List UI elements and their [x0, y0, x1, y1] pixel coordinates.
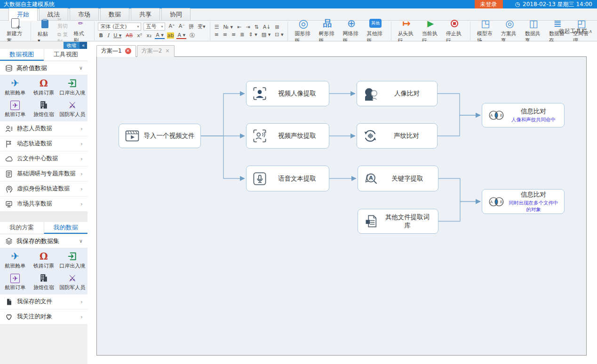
- node-sublabel: 人像和声纹共同命中: [509, 117, 558, 123]
- sidebar-item-virtual-identity[interactable]: 虚拟身份和轨迹数据›: [0, 182, 88, 197]
- format-painter-button[interactable]: ✏ 格式刷: [70, 18, 91, 44]
- sidebar-item-flag[interactable]: 动态轨迹数据›: [0, 136, 88, 151]
- shading-icon[interactable]: ▨ ▾: [261, 32, 271, 38]
- run-from-start-button[interactable]: ↦从头执行: [395, 18, 419, 44]
- strike-icon[interactable]: AB: [125, 32, 134, 39]
- dataset-port[interactable]: 口岸出入境: [58, 78, 87, 96]
- close-icon[interactable]: ✕: [165, 48, 169, 54]
- line-spacing-icon[interactable]: ⇕ ▾: [248, 32, 258, 38]
- collapse-toolbar-link[interactable]: 收起工具栏 ∧: [559, 27, 592, 35]
- node-info-compare-2[interactable]: AB信息比对同时出现在多个文件中的对象: [482, 189, 565, 214]
- indent-icon[interactable]: ⇥: [245, 24, 251, 30]
- node-voice-extract[interactable]: 视频声纹提取: [246, 123, 329, 149]
- layers-icon: [5, 237, 13, 245]
- ribbon-group-execute: ↦从头执行▶当前执行停止执行: [391, 22, 470, 40]
- superscript-icon[interactable]: x²: [136, 32, 143, 39]
- section-saved-datasets[interactable]: 我保存的数据集 ∨: [0, 234, 88, 248]
- align-left-icon[interactable]: ≡: [214, 32, 220, 38]
- borders-icon[interactable]: ⊡ ▾: [274, 32, 284, 38]
- network-layout-button[interactable]: ⊕网络排版: [340, 18, 364, 44]
- run-current-button[interactable]: ▶当前执行: [419, 18, 443, 44]
- dataset-plane-order[interactable]: ✈航班订单: [1, 99, 30, 118]
- sort-icon[interactable]: A↓: [262, 24, 272, 30]
- view-tab-工具视图[interactable]: 工具视图: [44, 49, 88, 61]
- view-tab-数据视图[interactable]: 数据视图: [0, 49, 44, 61]
- dataset-plane[interactable]: ✈航班舱单: [1, 78, 30, 96]
- dataset-hotel[interactable]: 旅馆住宿: [30, 99, 58, 118]
- node-other-files[interactable]: 其他文件提取词库: [358, 209, 438, 234]
- cut-button[interactable]: ✂ 剪切: [57, 16, 68, 30]
- justify-icon[interactable]: ≣: [239, 32, 245, 38]
- bullet-list-icon[interactable]: ☰: [214, 24, 220, 30]
- sidebar-item-document[interactable]: 基础调研与专题库数据›: [0, 166, 88, 182]
- italic-icon[interactable]: I: [106, 32, 110, 39]
- text-color2-icon[interactable]: A ▾: [176, 32, 186, 39]
- table-icon[interactable]: ⊞: [274, 24, 280, 30]
- sidebar-item-cloud[interactable]: 云文件中心数据›: [0, 151, 88, 166]
- sidebar-item-file[interactable]: 我保存的文件›: [0, 294, 88, 309]
- dataset-military[interactable]: ⚔国防军人员: [58, 99, 87, 118]
- node-speech-text[interactable]: 语音文本提取: [246, 166, 329, 191]
- highlight-icon[interactable]: ab: [167, 32, 175, 39]
- my-tab-我的数据[interactable]: 我的数据: [44, 222, 88, 234]
- chevron-right-icon: ›: [80, 185, 83, 192]
- phonetic-icon[interactable]: 拼: [188, 23, 195, 30]
- circle-layout-button[interactable]: ◎圆形排版: [291, 18, 315, 44]
- flow-canvas[interactable]: 导入一个视频文件视频人像提取视频声纹提取语音文本提取人像比对声纹比对A关键字提取…: [96, 56, 587, 356]
- dataset-hotel[interactable]: 旅馆住宿: [30, 272, 58, 291]
- bold-icon[interactable]: B: [98, 32, 103, 39]
- sidebar-item-monitor[interactable]: 市场共享数据›: [0, 197, 88, 212]
- ribbon-tab-5[interactable]: 共享: [131, 8, 160, 20]
- font-color-icon[interactable]: A ▾: [155, 32, 165, 39]
- grow-font-icon[interactable]: A⁺: [167, 23, 175, 30]
- node-keyword-extract[interactable]: A关键字提取: [358, 166, 438, 191]
- close-icon[interactable]: ✕: [125, 48, 131, 54]
- node-voice-compare[interactable]: 声纹比对: [357, 123, 438, 149]
- stop-button[interactable]: 停止执行: [443, 18, 467, 44]
- align-center-icon[interactable]: ≡: [222, 32, 228, 38]
- sidebar-item-heart[interactable]: 我关注的对象›: [0, 309, 88, 324]
- data-share-button[interactable]: ◫数据共享: [522, 18, 546, 44]
- paste-button[interactable]: 粘贴 ▾: [34, 18, 55, 44]
- dataset-railway[interactable]: Ω铁路订票: [30, 78, 58, 96]
- svg-text:B: B: [500, 113, 502, 118]
- dataset-plane-order[interactable]: ✈航班订单: [1, 272, 30, 291]
- sidebar-item-person[interactable]: 静态人员数据›: [0, 121, 88, 136]
- chevron-right-icon: ›: [80, 313, 83, 320]
- node-import[interactable]: 导入一个视频文件: [119, 124, 201, 148]
- new-plan-button[interactable]: 新建方案: [3, 18, 27, 44]
- ribbon-tab-4[interactable]: 数据: [100, 8, 129, 20]
- login-status-badge[interactable]: 未登录: [475, 0, 503, 8]
- change-case-icon[interactable]: 变▾: [197, 23, 207, 30]
- my-tab-我的方案[interactable]: 我的方案: [0, 222, 44, 234]
- plan-tab-1[interactable]: 方案—1✕: [96, 45, 136, 57]
- sidebar-item-label: 静态人员数据: [17, 125, 52, 133]
- model-market-button[interactable]: ◳模型市场: [474, 18, 498, 44]
- tree-layout-button[interactable]: 品树形排版: [315, 18, 339, 44]
- heart-icon: [5, 313, 13, 321]
- align-right-icon[interactable]: ≡: [231, 32, 237, 38]
- subscript-icon[interactable]: x₂: [145, 32, 152, 39]
- text-direction-icon[interactable]: ⇅: [253, 24, 259, 30]
- node-face-extract[interactable]: 视频人像提取: [246, 81, 329, 106]
- node-face-compare[interactable]: 人像比对: [357, 81, 438, 106]
- font-size-select[interactable]: 五号▾: [143, 23, 165, 31]
- outdent-icon[interactable]: ⇤: [236, 24, 242, 30]
- dataset-military[interactable]: ⚔国防军人员: [58, 272, 87, 291]
- plan-tab-2[interactable]: 方案—2✕: [137, 45, 175, 57]
- dataset-railway[interactable]: Ω铁路订票: [30, 251, 58, 269]
- node-info-compare-1[interactable]: AB信息比对人像和声纹共同命中: [482, 103, 565, 127]
- flow-edge-voice-compare-to-info-compare-1: [438, 115, 480, 136]
- other-layout-button[interactable]: 其他其他排版: [364, 18, 388, 44]
- dataset-port[interactable]: 口岸出入境: [58, 251, 87, 269]
- enclose-icon[interactable]: Ⓐ: [189, 32, 196, 39]
- section-high-value-data[interactable]: 高价值数据 ∨: [0, 61, 88, 75]
- ribbon-tab-6[interactable]: 协同: [161, 8, 191, 20]
- dataset-plane[interactable]: ✈航班舱单: [1, 251, 30, 269]
- number-list-icon[interactable]: № ▾: [223, 24, 234, 30]
- shrink-font-icon[interactable]: A⁻: [178, 23, 186, 30]
- font-family-select[interactable]: 宋体 (正文)▾: [98, 23, 141, 31]
- plan-share-button[interactable]: ◎方案共享: [498, 18, 522, 44]
- underline-icon[interactable]: U ▾: [112, 32, 122, 39]
- sidebar-collapse-button[interactable]: 收缩 «: [64, 42, 87, 49]
